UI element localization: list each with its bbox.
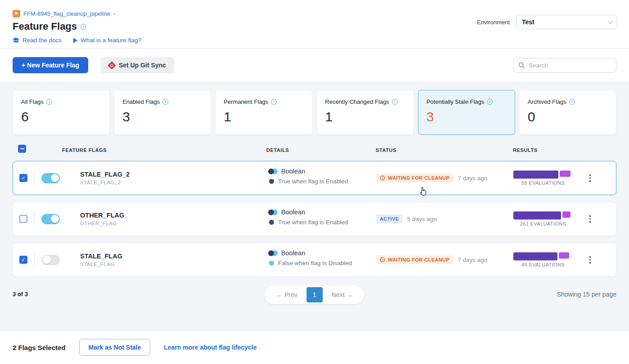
row-menu-button[interactable] xyxy=(588,254,593,266)
select-all-checkbox[interactable] xyxy=(18,145,26,153)
stat-value: 1 xyxy=(325,109,405,124)
environment-value: Test xyxy=(522,18,535,26)
table-row-stale-flag[interactable]: ✓ STALE_FLAG STALE_FLAG Boolean False wh… xyxy=(13,243,616,277)
table-row-stale-flag-2[interactable]: ✓ STALE_FLAG_2 STALE_FLAG_2 Boolean True… xyxy=(13,161,616,195)
info-icon[interactable]: i xyxy=(162,99,168,105)
col-status: STATUS xyxy=(376,147,396,153)
flag-name[interactable]: STALE_FLAG_2 xyxy=(80,171,130,178)
variation-dot-icon xyxy=(269,261,274,266)
prev-button[interactable]: ← Prev xyxy=(267,291,306,298)
variation-dot-icon xyxy=(269,179,274,184)
status-badge: ACTIVE xyxy=(376,214,403,223)
breadcrumb-project[interactable]: FFM-8945_flag_cleanup_pipeline xyxy=(23,10,110,17)
stat-card-potentially-stale-flags[interactable]: Potentially Stale Flagsi 3 xyxy=(418,90,515,135)
flag-name[interactable]: STALE_FLAG xyxy=(80,253,122,260)
page-1-button[interactable]: 1 xyxy=(306,287,323,302)
divider xyxy=(34,253,35,266)
updated-ago: 5 days ago xyxy=(407,216,437,222)
info-icon[interactable]: i xyxy=(487,99,493,105)
breadcrumb-chevron-icon: › xyxy=(113,10,115,17)
environment-select[interactable]: Test xyxy=(516,15,617,29)
info-icon[interactable]: i xyxy=(46,99,52,105)
updated-ago: 7 days ago xyxy=(458,257,487,263)
evaluations-bar xyxy=(513,171,573,177)
stat-card-recently-changed-flags[interactable]: Recently Changed Flagsi 1 xyxy=(317,90,414,135)
info-icon[interactable]: i xyxy=(392,99,398,105)
flag-name[interactable]: OTHER_FLAG xyxy=(80,212,124,219)
stats-cards: All Flagsi 6 Enabled Flagsi 3 Permanent … xyxy=(13,90,616,135)
git-sync-button[interactable]: Set Up Git Sync xyxy=(101,57,174,73)
next-button[interactable]: Next → xyxy=(323,291,362,298)
check-icon: ✓ xyxy=(21,257,26,262)
docs-icon xyxy=(13,37,19,44)
evaluations-label: 46 EVALUATIONS xyxy=(513,262,573,267)
toggle-knob xyxy=(51,215,59,223)
info-icon[interactable]: i xyxy=(271,99,277,105)
flag-toggle[interactable] xyxy=(41,255,60,265)
stat-card-enabled-flags[interactable]: Enabled Flagsi 3 xyxy=(114,90,211,135)
read-docs-link[interactable]: Read the docs xyxy=(13,37,62,44)
table-row-other-flag[interactable]: OTHER_FLAG OTHER_FLAG Boolean True when … xyxy=(13,202,616,236)
results-cell: 55 EVALUATIONS xyxy=(513,171,573,186)
what-is-flag-link[interactable]: What is a feature flag? xyxy=(73,37,141,44)
flag-variation: True when flag is Enabled xyxy=(278,178,348,185)
toolbar: + New Feature Flag Set Up Git Sync xyxy=(0,49,629,82)
stat-card-all-flags[interactable]: All Flagsi 6 xyxy=(13,90,110,135)
check-icon: ✓ xyxy=(21,175,26,181)
search-icon xyxy=(518,62,525,69)
page-title: Feature Flags xyxy=(13,21,77,32)
row-checkbox[interactable]: ✓ xyxy=(19,174,27,182)
main-content: All Flagsi 6 Enabled Flagsi 3 Permanent … xyxy=(0,82,629,330)
col-details: DETAILS xyxy=(266,147,289,153)
search-box[interactable] xyxy=(513,58,616,73)
variation-dot-icon xyxy=(269,220,274,225)
mark-not-stale-button[interactable]: Mark as Not Stale xyxy=(79,339,151,356)
flag-id: STALE_FLAG xyxy=(80,262,122,267)
toggle-knob xyxy=(43,256,51,264)
clock-icon xyxy=(380,257,385,262)
stat-card-archived-flags[interactable]: Archived Flagsi 0 xyxy=(519,90,616,135)
stat-value: 3 xyxy=(122,109,202,124)
status-badge: WAITING FOR CLEANUP xyxy=(376,173,453,182)
project-icon: ⚑ xyxy=(13,10,20,18)
flag-type: Boolean xyxy=(281,168,305,175)
git-sync-icon xyxy=(108,61,116,69)
results-cell: 46 EVALUATIONS xyxy=(513,253,573,267)
boolean-variations-icon xyxy=(268,250,277,256)
flag-type: Boolean xyxy=(281,209,305,216)
page-header: ⚑ FFM-8945_flag_cleanup_pipeline › Featu… xyxy=(0,0,629,49)
flag-variation: True when flag is Enabled xyxy=(278,219,348,226)
col-results: RESULTS xyxy=(513,147,538,153)
flag-id: OTHER_FLAG xyxy=(80,221,124,226)
pagination: 3 of 3 ← Prev 1 Next → Showing 15 per pa… xyxy=(13,284,616,309)
evaluations-bar xyxy=(513,253,573,259)
flag-lifecycle-link[interactable]: Learn more about flag lifecycle xyxy=(164,344,256,351)
flag-variation: False when flag is Disabled xyxy=(278,260,352,266)
stat-value: 1 xyxy=(224,109,304,124)
evaluations-label: 55 EVALUATIONS xyxy=(513,180,573,186)
new-feature-flag-button[interactable]: + New Feature Flag xyxy=(13,57,88,73)
pagination-pill: ← Prev 1 Next → xyxy=(265,285,364,304)
selected-count: 2 Flags Selected xyxy=(13,344,66,351)
col-feature-flags: FEATURE FLAGS xyxy=(62,147,107,153)
search-input[interactable] xyxy=(529,62,601,69)
flag-toggle[interactable] xyxy=(41,173,60,183)
stat-value: 0 xyxy=(528,109,608,124)
stat-card-permanent-flags[interactable]: Permanent Flagsi 1 xyxy=(215,90,312,135)
indeterminate-icon xyxy=(20,148,24,149)
stat-value: 3 xyxy=(427,109,507,124)
row-menu-button[interactable] xyxy=(588,173,593,184)
row-checkbox[interactable] xyxy=(19,215,27,223)
row-checkbox[interactable]: ✓ xyxy=(19,256,27,264)
status-badge: WAITING FOR CLEANUP xyxy=(376,255,453,264)
toggle-knob xyxy=(51,174,59,182)
info-icon[interactable]: i xyxy=(81,24,86,30)
flag-id: STALE_FLAG_2 xyxy=(80,180,130,185)
row-menu-button[interactable] xyxy=(588,213,593,225)
info-icon[interactable]: i xyxy=(569,99,575,105)
evaluations-bar xyxy=(513,212,573,218)
row-count: 3 of 3 xyxy=(13,291,28,297)
flag-toggle[interactable] xyxy=(41,214,60,224)
table-header: FEATURE FLAGS DETAILS STATUS RESULTS xyxy=(13,140,616,161)
clock-icon xyxy=(380,175,385,181)
